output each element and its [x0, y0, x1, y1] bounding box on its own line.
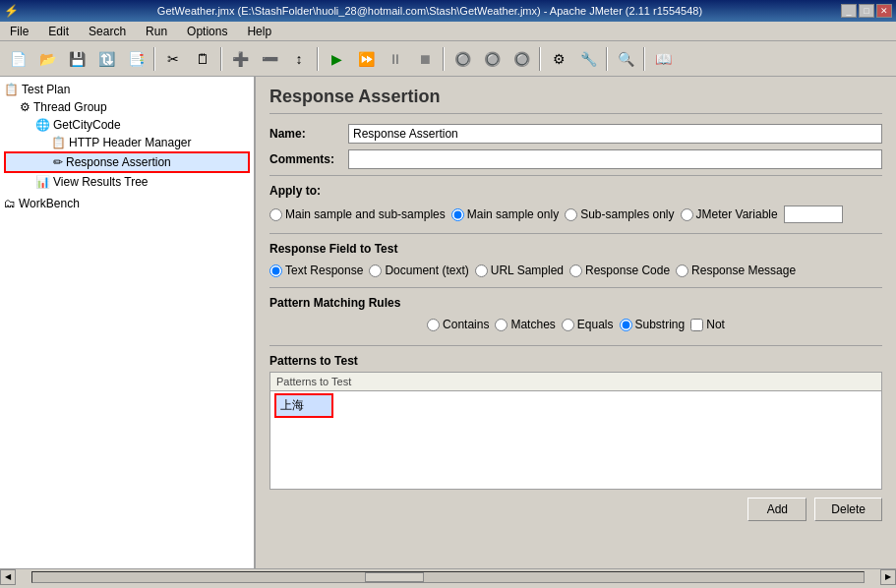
response-assertion-icon: ✏: [53, 155, 63, 169]
separator-5: [539, 47, 541, 71]
search-button[interactable]: 🔍: [612, 45, 639, 73]
menu-options[interactable]: Options: [181, 23, 233, 40]
maximize-button[interactable]: □: [859, 4, 874, 18]
close-button[interactable]: ✕: [876, 4, 892, 18]
name-input[interactable]: [348, 124, 882, 144]
menu-run[interactable]: Run: [140, 23, 173, 40]
response-code-label: Response Code: [585, 264, 670, 277]
start-no-pause-button[interactable]: ⏩: [352, 45, 380, 73]
apply-to-main-only[interactable]: Main sample only: [451, 207, 559, 221]
expand-button[interactable]: ➕: [226, 45, 254, 73]
matches-option[interactable]: Matches: [495, 318, 555, 331]
not-option[interactable]: Not: [690, 318, 725, 331]
cut-button[interactable]: ✂: [159, 45, 187, 73]
horizontal-scrollbar[interactable]: ◀ ▶: [0, 568, 896, 584]
scroll-track[interactable]: [31, 571, 865, 583]
response-field-group: Text Response Document (text) URL Sample…: [269, 260, 882, 281]
response-code-option[interactable]: Response Code: [569, 264, 670, 277]
shutdown-button[interactable]: ⏹: [411, 45, 439, 73]
url-sampled-radio[interactable]: [475, 265, 488, 277]
document-option[interactable]: Document (text): [369, 264, 468, 277]
menu-help[interactable]: Help: [241, 23, 277, 40]
comments-row: Comments:: [269, 149, 882, 169]
pattern-value-0[interactable]: 上海: [274, 393, 333, 418]
url-sampled-option[interactable]: URL Sampled: [475, 264, 564, 277]
scroll-left-arrow[interactable]: ◀: [0, 569, 16, 585]
divider-2: [269, 233, 882, 234]
pattern-cell-0[interactable]: 上海: [270, 391, 881, 420]
tree-item-http-header-manager[interactable]: 📋 HTTP Header Manager: [4, 134, 250, 151]
text-response-option[interactable]: Text Response: [269, 264, 363, 277]
tree-item-response-assertion[interactable]: ✏ Response Assertion: [4, 151, 250, 173]
tree-label-test-plan: Test Plan: [22, 83, 70, 96]
menu-file[interactable]: File: [4, 23, 34, 40]
help-button[interactable]: 📖: [649, 45, 677, 73]
tree-label-get-city-code: GetCityCode: [53, 118, 121, 132]
pattern-row-0[interactable]: 上海: [270, 391, 881, 420]
tree-label-view-results-tree: View Results Tree: [53, 175, 149, 189]
equals-radio[interactable]: [562, 319, 574, 331]
remote-stop-all-button[interactable]: 🔘: [508, 45, 535, 73]
contains-option[interactable]: Contains: [427, 318, 489, 331]
tree-label-response-assertion: Response Assertion: [66, 155, 171, 169]
apply-to-main-sub-radio[interactable]: [269, 208, 282, 221]
clear-button[interactable]: ⚙: [545, 45, 572, 73]
text-response-radio[interactable]: [269, 265, 282, 277]
pattern-matching-group: Contains Matches Equals Substring Not: [269, 314, 882, 339]
apply-to-jmeter-var[interactable]: JMeter Variable: [681, 207, 778, 221]
apply-to-jmeter-var-radio[interactable]: [681, 208, 693, 221]
separator-7: [643, 47, 645, 71]
collapse-button[interactable]: ➖: [256, 45, 283, 73]
comments-input[interactable]: [348, 149, 882, 169]
contains-radio[interactable]: [427, 319, 440, 331]
view-results-tree-icon: 📊: [35, 175, 50, 189]
jmeter-variable-input[interactable]: [784, 206, 843, 223]
remote-start-all-button[interactable]: 🔘: [478, 45, 506, 73]
substring-option[interactable]: Substring: [620, 318, 686, 331]
clear-all-button[interactable]: 🔧: [574, 45, 602, 73]
open-button[interactable]: 📂: [33, 45, 61, 73]
response-message-option[interactable]: Response Message: [676, 264, 796, 277]
response-code-radio[interactable]: [569, 265, 582, 277]
response-message-label: Response Message: [691, 264, 796, 277]
add-button[interactable]: Add: [747, 498, 806, 521]
new-button[interactable]: 📄: [4, 45, 31, 73]
stop-button[interactable]: ⏸: [382, 45, 409, 73]
tree-label-workbench: WorkBench: [19, 197, 80, 210]
equals-option[interactable]: Equals: [562, 318, 614, 331]
tree-item-view-results-tree[interactable]: 📊 View Results Tree: [4, 173, 250, 191]
divider-4: [269, 345, 882, 346]
apply-to-sub-only-radio[interactable]: [565, 208, 577, 221]
copy-button[interactable]: 🗒: [189, 45, 216, 73]
menu-search[interactable]: Search: [83, 23, 132, 40]
apply-to-sub-only[interactable]: Sub-samples only: [565, 207, 674, 221]
not-checkbox[interactable]: [690, 319, 703, 331]
tree-label-thread-group: Thread Group: [33, 100, 107, 114]
window-title: GetWeather.jmx (E:\StashFolder\huoli_28@…: [19, 5, 841, 17]
menu-edit[interactable]: Edit: [42, 23, 75, 40]
text-response-label: Text Response: [285, 264, 363, 277]
response-message-radio[interactable]: [676, 265, 688, 277]
tree-item-thread-group[interactable]: ⚙ Thread Group: [4, 98, 250, 116]
matches-radio[interactable]: [495, 319, 508, 331]
apply-to-main-only-radio[interactable]: [451, 208, 464, 221]
apply-to-main-sub[interactable]: Main sample and sub-samples: [269, 207, 446, 221]
substring-radio[interactable]: [620, 319, 632, 331]
start-button[interactable]: ▶: [323, 45, 350, 73]
save-button[interactable]: 💾: [63, 45, 90, 73]
toggle-button[interactable]: ↕: [285, 45, 313, 73]
minimize-button[interactable]: _: [841, 4, 857, 18]
scroll-right-arrow[interactable]: ▶: [880, 569, 896, 585]
remote-start-button[interactable]: 🔘: [448, 45, 476, 73]
scroll-thumb[interactable]: [365, 572, 424, 582]
revert-button[interactable]: 🔃: [92, 45, 120, 73]
matches-label: Matches: [510, 318, 555, 331]
tree-item-get-city-code[interactable]: 🌐 GetCityCode: [4, 116, 250, 134]
bottom-buttons: Add Delete: [269, 498, 882, 521]
document-label: Document (text): [385, 264, 468, 277]
tree-item-test-plan[interactable]: 📋 Test Plan: [4, 81, 250, 98]
delete-button[interactable]: Delete: [814, 498, 882, 521]
tree-item-workbench[interactable]: 🗂 WorkBench: [4, 195, 250, 212]
document-radio[interactable]: [369, 265, 382, 277]
save-as-button[interactable]: 📑: [122, 45, 149, 73]
